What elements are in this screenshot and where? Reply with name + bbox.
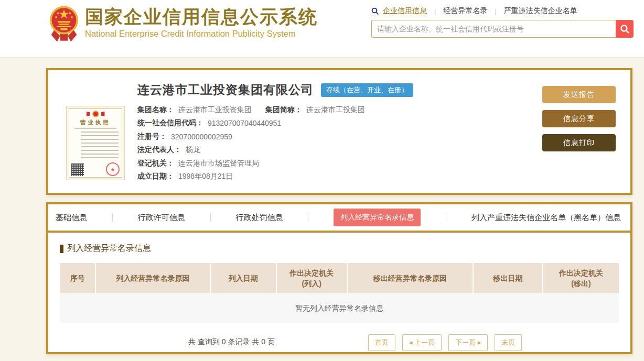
last-page-button[interactable]: 末页 — [495, 334, 522, 351]
field-value: 杨龙 — [186, 145, 200, 155]
detail-row-established-date: 成立日期： 1998年08月21日 — [137, 170, 542, 184]
field-value: 913207007040440951 — [208, 119, 281, 127]
column-header-list-authority: 作出决定机关 (列入) — [277, 263, 348, 293]
nav-separator: | — [434, 7, 436, 15]
table-empty-state: 暂无列入经营异常名录信息 — [60, 294, 619, 323]
search-input[interactable] — [371, 20, 617, 38]
send-report-button[interactable]: 发送报告 — [542, 86, 616, 103]
header-right: 企业信用信息 | 经营异常名录 | 严重违法失信企业名单 — [371, 5, 634, 38]
business-license-thumbnail: 营业执照 ★ — [66, 106, 125, 180]
tab-divider — [112, 213, 113, 222]
share-info-button[interactable]: 信息分享 — [542, 110, 616, 127]
field-label: 法定代表人： — [137, 145, 181, 155]
search-icon — [371, 7, 379, 15]
field-value: 320700000002959 — [171, 133, 232, 141]
search-icon — [620, 24, 630, 34]
record-count-summary: 共 查询到 0 条记录 共 0 页 — [188, 337, 275, 347]
column-header-list-reason: 列入经营异常名录原因 — [96, 263, 211, 293]
nav-link-blacklist[interactable]: 严重违法失信企业名单 — [504, 6, 577, 16]
column-header-remove-authority: 作出决定机关 (移出) — [543, 263, 619, 293]
pagination-row: 共 查询到 0 条记录 共 0 页 首页 ◂ 上一页 下一页 ▸ 末页 — [60, 334, 619, 350]
field-value: 1998年08月21日 — [178, 172, 233, 181]
tab-divider — [210, 213, 211, 222]
section-title: 列入经营异常名录信息 — [67, 243, 151, 254]
flag-icon — [87, 112, 90, 116]
section-bullet-icon — [60, 245, 63, 253]
field-value: 连云港市工业投资集团 — [178, 105, 252, 115]
national-emblem-icon — [49, 4, 79, 45]
red-seal-icon: ★ — [106, 162, 120, 176]
national-emblem-icon — [92, 111, 99, 117]
license-divider — [74, 128, 116, 129]
field-value: 连云港市工投集团 — [306, 105, 365, 115]
company-detail-rows: 集团名称： 连云港市工业投资集团 集团简称： 连云港市工投集团 统一社会信用代码… — [137, 103, 542, 183]
tab-divider — [308, 213, 308, 222]
license-footer: ★ — [71, 162, 120, 176]
prev-page-button[interactable]: ◂ 上一页 — [402, 334, 442, 351]
nav-link-abnormal-list[interactable]: 经营异常名录 — [443, 6, 487, 16]
detail-tabs-card: 基础信息 行政许可信息 行政处罚信息 列入经营异常名录信息 列入严重违法失信企业… — [46, 202, 632, 354]
qr-code-icon — [71, 163, 84, 176]
field-label: 统一社会信用代码： — [137, 118, 203, 128]
next-page-button[interactable]: 下一页 ▸ — [448, 334, 488, 351]
license-header — [70, 111, 121, 117]
field-label: 集团简称： — [265, 105, 302, 115]
company-name: 连云港市工业投资集团有限公司 — [137, 82, 314, 98]
tab-divider — [446, 213, 446, 222]
section-title-row: 列入经营异常名录信息 — [60, 243, 619, 254]
site-logo: 国家企业信用信息公示系统 National Enterprise Credit … — [49, 4, 318, 45]
column-header-remove-date: 移出日期 — [474, 263, 543, 293]
tab-bar: 基础信息 行政许可信息 行政处罚信息 列入经营异常名录信息 列入严重违法失信企业… — [48, 204, 630, 231]
abnormal-list-table: 序号 列入经营异常名录原因 列入日期 作出决定机关 (列入) 移出经营异常名录原… — [60, 263, 619, 323]
tab-content: 列入经营异常名录信息 序号 列入经营异常名录原因 列入日期 作出决定机关 (列入… — [48, 233, 630, 350]
column-header-list-date: 列入日期 — [211, 263, 277, 293]
field-label: 登记机关： — [137, 159, 174, 168]
pagination-buttons: 首页 ◂ 上一页 下一页 ▸ 末页 — [368, 334, 529, 351]
license-text-lines — [72, 132, 119, 159]
first-page-button[interactable]: 首页 — [368, 334, 395, 351]
license-title: 营业执照 — [70, 119, 121, 126]
detail-row-reg-authority: 登记机关： 连云港市市场监督管理局 — [137, 157, 542, 170]
field-label: 成立日期： — [137, 172, 174, 181]
search-button[interactable] — [616, 20, 634, 38]
column-header-seq: 序号 — [60, 263, 96, 293]
site-title-en: National Enterprise Credit Information P… — [85, 29, 318, 39]
detail-row-group-name: 集团名称： 连云港市工业投资集团 集团简称： 连云港市工投集团 — [137, 103, 542, 117]
field-label: 注册号： — [137, 132, 167, 141]
nav-link-credit-info[interactable]: 企业信用信息 — [383, 6, 427, 16]
detail-row-credit-code: 统一社会信用代码： 913207007040440951 — [137, 117, 542, 130]
tab-abnormal-operations[interactable]: 列入经营异常名录信息 — [334, 209, 421, 226]
company-card-inner: 营业执照 ★ 连云港市工业投资集团有限公司 存续（在营、开业、在册） 集团名称：… — [48, 70, 630, 193]
status-badge: 存续（在营、开业、在册） — [321, 83, 413, 97]
header-inner: 国家企业信用信息公示系统 National Enterprise Credit … — [46, 0, 634, 57]
company-name-row: 连云港市工业投资集团有限公司 存续（在营、开业、在册） — [137, 82, 542, 98]
site-title-cn: 国家企业信用信息公示系统 — [85, 6, 318, 27]
tab-admin-penalty[interactable]: 行政处罚信息 — [236, 213, 283, 223]
field-label: 集团名称： — [137, 105, 174, 115]
company-actions: 发送报告 信息分享 信息打印 — [542, 79, 621, 193]
detail-row-reg-number: 注册号： 320700000002959 — [137, 130, 542, 144]
tab-basic-info[interactable]: 基础信息 — [56, 213, 87, 223]
nav-separator: | — [495, 7, 496, 15]
field-value: 连云港市市场监督管理局 — [178, 159, 259, 168]
column-header-remove-reason: 移出经营异常名录原因 — [348, 263, 474, 293]
tab-admin-license[interactable]: 行政许可信息 — [138, 213, 185, 223]
flag-icon — [101, 112, 105, 116]
header-nav: 企业信用信息 | 经营异常名录 | 严重违法失信企业名单 — [371, 5, 634, 17]
site-titles: 国家企业信用信息公示系统 National Enterprise Credit … — [85, 4, 318, 39]
site-header: 国家企业信用信息公示系统 National Enterprise Credit … — [0, 0, 644, 58]
table-header-row: 序号 列入经营异常名录原因 列入日期 作出决定机关 (列入) 移出经营异常名录原… — [60, 263, 619, 293]
company-card: 营业执照 ★ 连云港市工业投资集团有限公司 存续（在营、开业、在册） 集团名称：… — [46, 68, 632, 195]
print-info-button[interactable]: 信息打印 — [542, 134, 616, 151]
company-info: 连云港市工业投资集团有限公司 存续（在营、开业、在册） 集团名称： 连云港市工业… — [125, 79, 542, 193]
detail-row-legal-rep: 法定代表人： 杨龙 — [137, 144, 542, 157]
tab-blacklist[interactable]: 列入严重违法失信企业名单（黑名单）信息 — [471, 213, 621, 223]
search-bar — [371, 20, 634, 38]
